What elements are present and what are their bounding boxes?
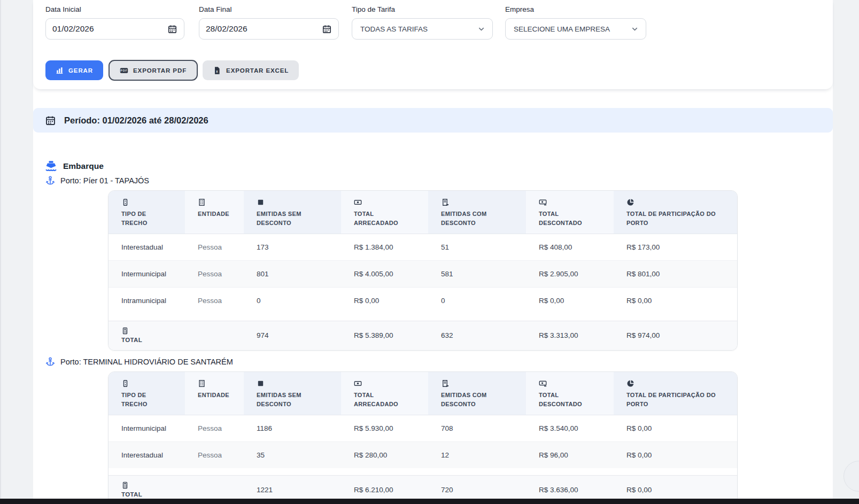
calculator-icon [121,327,129,335]
table-cell: 1186 [244,415,341,441]
table-cell: R$ 5.930,00 [341,415,428,441]
start-date-input[interactable] [46,24,168,34]
table-cell: 801 [244,260,341,287]
table-cell: Intermunicipal [109,415,185,441]
tariff-type-label: Tipo de Tarifa [352,5,493,13]
total-label-cell: TOTAL [109,321,185,350]
table-spacer [109,314,737,321]
column-header: TOTAL DE PARTICIPAÇÃO DO PORTO [614,191,737,234]
table-cell: R$ 1.384,00 [341,234,428,260]
table-cell: 35 [244,441,341,468]
table-cell: R$ 0,00 [614,415,737,441]
company-value: SELECIONE UMA EMPRESA [514,25,610,33]
export-pdf-button[interactable]: PDF EXPORTAR PDF [109,60,198,81]
generate-button[interactable]: GERAR [45,60,103,80]
road-icon [121,379,129,387]
table-cell: R$ 0,00 [526,287,614,314]
table-cell: R$ 0,00 [614,441,737,468]
table-cell: 12 [428,441,526,468]
pdf-badge-icon: PDF [120,66,128,75]
tariff-type-field-group: Tipo de Tarifa TODAS AS TARIFAS [352,5,493,40]
generate-button-label: GERAR [68,67,93,74]
banknote-icon [354,198,362,206]
tariff-type-value: TODAS AS TARIFAS [360,25,428,33]
column-header: TOTAL DESCONTADO [526,372,614,415]
building-icon [198,379,206,387]
bar-chart-icon [56,66,64,74]
calendar-icon[interactable] [168,25,177,34]
table-cell: R$ 3.540,00 [526,415,614,441]
start-date-input-box[interactable] [45,18,184,40]
page-right-gutter [833,0,859,504]
period-banner: Período: 01/02/2026 até 28/02/2026 [33,108,833,133]
ticket-icon [257,198,265,206]
chevron-down-icon [477,25,485,33]
table-cell: R$ 0,00 [341,287,428,314]
column-header: EMITIDAS COM DESCONTO [428,191,526,234]
end-date-label: Data Final [199,5,339,13]
table-cell: Pessoa [185,441,244,468]
filter-card: Data Inicial Data Final Tipo de Tarifa T… [33,0,833,89]
pie-chart-icon [626,379,634,387]
end-date-field-group: Data Final [199,5,339,40]
ticket-icon [257,379,265,387]
svg-text:PDF: PDF [120,69,127,72]
table-row: IntramunicipalPessoa0R$ 0,000R$ 0,00R$ 0… [109,287,737,314]
export-excel-button[interactable]: x EXPORTAR EXCEL [203,60,299,80]
banknote-minus-icon [539,198,547,206]
total-value-cell: R$ 5.389,00 [341,321,428,350]
column-header: EMITIDAS COM DESCONTO [428,372,526,415]
table-cell: 51 [428,234,526,260]
column-header: EMITIDAS SEM DESCONTO [244,372,341,415]
column-header: TIPO DE TRECHO [109,191,185,234]
table-cell: R$ 801,00 [614,260,737,287]
column-header: TOTAL ARRECADADO [341,372,428,415]
total-empty-cell [185,321,244,350]
tariff-type-select[interactable]: TODAS AS TARIFAS [352,18,493,40]
column-header: TOTAL DESCONTADO [526,191,614,234]
end-date-input-box[interactable] [199,18,339,40]
table-row: IntermunicipalPessoa801R$ 4.005,00581R$ … [109,260,737,287]
column-header: TIPO DE TRECHO [109,372,185,415]
calendar-icon[interactable] [322,25,331,34]
pie-chart-icon [626,198,634,206]
total-value-cell: R$ 3.313,00 [526,321,614,350]
company-select[interactable]: SELECIONE UMA EMPRESA [505,18,646,40]
port-name: Porto: Píer 01 - TAPAJÓS [60,176,149,185]
table-spacer [109,468,737,475]
table-cell: 708 [428,415,526,441]
calculator-icon [121,482,129,489]
report-section: Embarque Porto: Píer 01 - TAPAJÓSTIPO DE… [33,160,833,504]
port-name: Porto: TERMINAL HIDROVIÁRIO DE SANTARÉM [60,358,233,366]
column-header: ENTIDADE [185,372,244,415]
anchor-icon [45,357,55,367]
total-value-cell: 632 [428,321,526,350]
column-header: TOTAL ARRECADADO [341,191,428,234]
end-date-input[interactable] [199,24,322,34]
total-value-cell: 974 [244,321,341,350]
calendar-icon [45,115,56,126]
table-cell: R$ 2.905,00 [526,260,614,287]
table-row: IntermunicipalPessoa1186R$ 5.930,00708R$… [109,415,737,441]
table-cell: R$ 0,00 [614,287,737,314]
start-date-label: Data Inicial [45,5,184,13]
table-cell: R$ 408,00 [526,234,614,260]
road-icon [121,198,129,206]
table-cell: Intramunicipal [109,287,185,314]
table-total-row: TOTAL974R$ 5.389,00632R$ 3.313,00R$ 974,… [109,321,737,350]
port-heading: Porto: TERMINAL HIDROVIÁRIO DE SANTARÉM [33,357,833,367]
boarding-section-label: Embarque [63,161,104,171]
table-cell: R$ 4.005,00 [341,260,428,287]
page-left-gutter [0,0,33,504]
table-cell: Pessoa [185,415,244,441]
total-value-cell: R$ 974,00 [614,321,737,350]
table-cell: 0 [428,287,526,314]
horizontal-scrollbar[interactable] [0,499,859,504]
ports-container: Porto: Píer 01 - TAPAJÓSTIPO DE TRECHOEN… [33,176,833,504]
boarding-section-heading: Embarque [33,160,833,172]
chevron-down-icon [631,25,639,33]
table-cell: Intermunicipal [109,260,185,287]
ship-icon [45,160,57,172]
port-table: TIPO DE TRECHOENTIDADEEMITIDAS SEM DESCO… [108,371,833,504]
table-cell: 173 [244,234,341,260]
